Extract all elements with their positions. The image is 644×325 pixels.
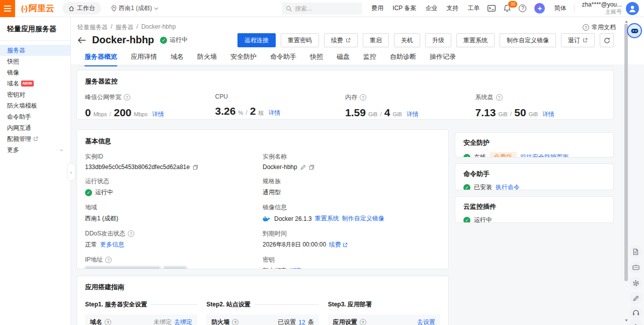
sidebar-item-command-assistant[interactable]: 命令助手	[0, 111, 70, 122]
sidebar-item-images[interactable]: 镜像	[0, 67, 70, 78]
language-switch[interactable]: 简体	[554, 4, 566, 13]
tab-snapshots[interactable]: 快照	[310, 52, 323, 66]
cloudshell-button[interactable]	[488, 5, 496, 12]
image-custom-image-link[interactable]: 制作自定义镜像	[342, 214, 384, 223]
goto-app-settings-link[interactable]: 去设置	[417, 318, 435, 325]
run-command-link[interactable]: 执行命令	[496, 183, 520, 190]
create-custom-image-button[interactable]: 制作自定义镜像	[500, 33, 556, 47]
breadcrumb-root[interactable]: 轻量服务器	[77, 23, 108, 32]
upgrade-button[interactable]: 升级	[425, 33, 451, 47]
breadcrumb-servers[interactable]: 服务器	[115, 23, 133, 32]
security-protection-panel: 安全防护 ✓ 在线 免费版 前往安全防护页面	[455, 132, 614, 157]
back-button[interactable]	[77, 37, 86, 44]
tab-diagnostics[interactable]: 自助诊断	[390, 52, 416, 66]
docs-panel-button[interactable]	[629, 246, 642, 258]
help-icon[interactable]: ?	[232, 319, 238, 325]
breadcrumb-current: Docker-hbhp	[141, 23, 176, 32]
bind-domain-link[interactable]: 去绑定	[174, 318, 192, 325]
bandwidth-detail-link[interactable]: 详情	[152, 110, 164, 119]
help-icon[interactable]: ?	[496, 94, 503, 101]
unsubscribe-button[interactable]: 退订	[561, 33, 595, 47]
sidebar-item-more[interactable]: 更多	[0, 144, 70, 155]
scroll-up-arrow-icon[interactable]	[625, 19, 628, 23]
tab-security[interactable]: 安全防护	[230, 52, 257, 66]
remote-connect-button[interactable]: 远程连接	[237, 33, 276, 47]
sidebar-item-intranet[interactable]: 内网互通	[0, 122, 70, 133]
account-type: 主账号	[582, 9, 622, 16]
reset-system-button[interactable]: 重置系统	[456, 33, 495, 47]
help-icon[interactable]: ?	[105, 257, 112, 263]
tab-app-details[interactable]: 应用详情	[131, 52, 157, 66]
shutdown-button[interactable]: 关机	[394, 33, 420, 47]
chevron-down-icon	[59, 149, 63, 151]
tab-operation-log[interactable]: 操作记录	[430, 52, 456, 66]
renew-button[interactable]: 续费	[324, 33, 358, 47]
ai-assistant-button[interactable]	[627, 23, 642, 38]
help-icon[interactable]: ?	[124, 94, 130, 101]
nav-tickets[interactable]: 工单	[467, 4, 479, 13]
tab-monitoring[interactable]: 监控	[363, 52, 376, 66]
aliyun-logo[interactable]: (-) 阿里云	[15, 3, 62, 14]
tab-firewall[interactable]: 防火墙	[197, 52, 217, 66]
cpu-detail-link[interactable]: 详情	[268, 109, 280, 117]
memory-detail-link[interactable]: 详情	[407, 110, 419, 119]
help-icon[interactable]: ?	[360, 319, 366, 325]
scrollbar-thumb[interactable]	[624, 24, 628, 281]
app-center-button[interactable]	[534, 3, 545, 14]
search-input[interactable]	[295, 5, 351, 12]
scrollbar[interactable]	[624, 17, 629, 325]
free-edition-badge[interactable]: 免费版	[490, 152, 517, 157]
notifications-button[interactable]: 35	[504, 5, 511, 12]
help-button[interactable]: ?	[519, 5, 526, 12]
sidebar-item-quota[interactable]: 配额管理	[0, 133, 70, 144]
workbench-button[interactable]: 工作台	[62, 2, 101, 15]
help-icon[interactable]: ?	[105, 319, 111, 325]
bind-key-link[interactable]: 绑定	[290, 267, 302, 269]
basic-info-card: 基本信息 实例ID 133db9e5c0c5453b8062dfec5d62a8…	[76, 129, 449, 269]
nav-enterprise[interactable]: 企业	[425, 4, 437, 13]
sidebar: 轻量应用服务器 服务器 快照 镜像 域名 NEW 密钥对 防火墙模板 命令助手 …	[0, 17, 71, 325]
edit-icon[interactable]	[300, 165, 306, 170]
docs-link[interactable]: ? 常用文档	[583, 23, 616, 32]
region-selector[interactable]: 西南1 (成都)	[111, 4, 158, 13]
renew-link[interactable]: 续费	[329, 240, 348, 249]
nav-icp[interactable]: ICP 备案	[392, 4, 416, 13]
sidebar-item-snapshots[interactable]: 快照	[0, 56, 70, 67]
sidebar-item-firewall-templates[interactable]: 防火墙模板	[0, 100, 70, 111]
gear-icon	[632, 280, 639, 287]
copy-icon[interactable]	[309, 165, 314, 170]
metric-system-disk: 系统盘? 7.13 GiB / 50 GiB 详情	[475, 93, 606, 120]
tab-command-assistant[interactable]: 命令助手	[270, 52, 296, 66]
copy-icon[interactable]	[193, 165, 198, 170]
sidebar-collapse-handle[interactable]: ‹	[67, 163, 75, 181]
sidebar-item-domains[interactable]: 域名 NEW	[0, 78, 70, 89]
sidebar-item-servers[interactable]: 服务器	[0, 45, 70, 56]
help-icon[interactable]: ?	[360, 94, 366, 101]
image-reset-system-link[interactable]: 重置系统	[315, 214, 339, 223]
scroll-down-arrow-icon[interactable]	[625, 319, 628, 323]
assistant-panel-button[interactable]	[629, 261, 642, 274]
new-badge: NEW	[21, 80, 34, 87]
goto-security-page-link[interactable]: 前往安全防护页面	[520, 153, 569, 157]
tab-disks[interactable]: 磁盘	[337, 52, 350, 66]
refresh-button[interactable]	[600, 33, 614, 47]
disk-detail-link[interactable]: 详情	[542, 110, 554, 119]
tab-domains[interactable]: 域名	[171, 52, 184, 66]
avatar[interactable]	[626, 2, 639, 15]
help-icon[interactable]: ?	[128, 230, 134, 237]
nav-support[interactable]: 支持	[446, 4, 458, 13]
support-button[interactable]	[629, 306, 642, 319]
tab-server-overview[interactable]: 服务器概览	[85, 52, 117, 66]
nav-billing[interactable]: 费用	[371, 4, 383, 13]
reset-password-button[interactable]: 重置密码	[281, 33, 319, 47]
settings-button[interactable]	[629, 277, 642, 289]
feedback-button[interactable]	[629, 292, 642, 304]
ddos-more-info-link[interactable]: 更多信息	[100, 240, 124, 249]
account-menu[interactable]: zha****@you... 主账号	[582, 1, 622, 16]
global-search[interactable]	[282, 3, 362, 15]
sidebar-item-keypairs[interactable]: 密钥对	[0, 89, 70, 100]
field-image-info: 镜像信息 Docker 26.1.3 重置系统 制作自定义镜像	[263, 203, 440, 223]
hamburger-menu-icon[interactable]	[0, 0, 15, 17]
reboot-button[interactable]: 重启	[363, 33, 389, 47]
firewall-rule-count-link[interactable]: 12	[298, 319, 305, 325]
